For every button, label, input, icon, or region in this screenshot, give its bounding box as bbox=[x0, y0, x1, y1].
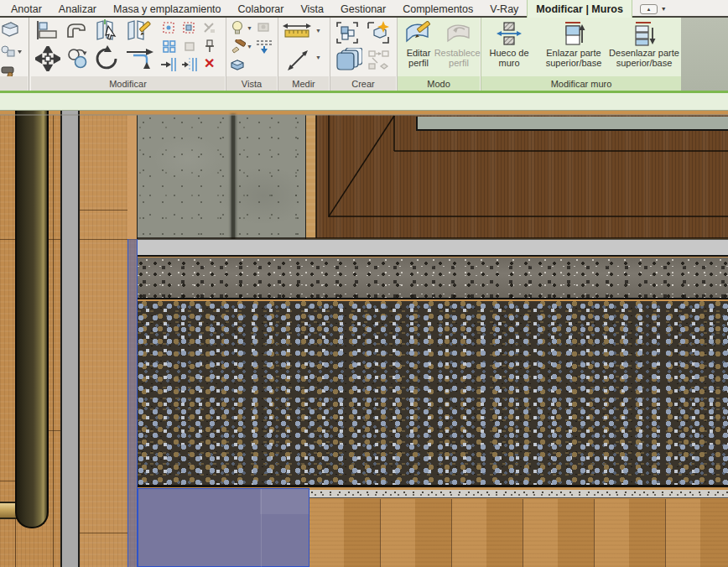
ribbon: ✕ Modificar ▼ bbox=[0, 18, 728, 91]
offset-copy-tool[interactable] bbox=[181, 56, 198, 73]
screed-layer[interactable] bbox=[137, 239, 728, 257]
concrete-block[interactable] bbox=[137, 115, 306, 239]
paste-icon[interactable] bbox=[1, 21, 19, 38]
match-type-tool[interactable] bbox=[162, 21, 177, 34]
panel-modificar: ✕ Modificar bbox=[31, 18, 225, 91]
wood-strip[interactable] bbox=[306, 115, 316, 239]
gravel-layer[interactable] bbox=[137, 301, 728, 487]
array-grid-icon bbox=[162, 39, 177, 53]
pin-tool[interactable] bbox=[203, 39, 216, 54]
plank-seam bbox=[0, 481, 15, 481]
hueco-de-muro-label: Hueco de muro bbox=[485, 48, 533, 68]
editar-perfil-button[interactable]: Editar perfil bbox=[400, 21, 437, 68]
dashed-lines-arrow-icon bbox=[255, 38, 273, 55]
tab-list: Anotar Analizar Masa y emplazamiento Col… bbox=[0, 0, 667, 18]
wall-opening-pencil-icon bbox=[126, 19, 154, 42]
editar-perfil-label: Editar perfil bbox=[400, 48, 437, 68]
tab-anotar[interactable]: Anotar bbox=[3, 0, 50, 18]
panel-modificar-muro-label[interactable]: Modificar muro bbox=[481, 76, 681, 91]
counter-top-band[interactable] bbox=[416, 117, 728, 131]
tab-modificar-muros-active[interactable]: Modificar | Muros bbox=[527, 0, 632, 18]
copy-tool[interactable] bbox=[66, 48, 90, 70]
panel-partial-label bbox=[0, 76, 28, 91]
wall-sweep-tool[interactable] bbox=[65, 20, 90, 40]
tab-gestionar[interactable]: Gestionar bbox=[332, 0, 394, 18]
wall-layer-gray[interactable] bbox=[60, 111, 80, 567]
panel-vista: ▼ ▼ bbox=[226, 18, 277, 91]
trim-tool-disabled[interactable] bbox=[202, 21, 217, 34]
options-bar bbox=[0, 93, 728, 111]
collapse-ribbon-button[interactable]: ▲ bbox=[640, 4, 658, 14]
wood-floor-bottom[interactable] bbox=[309, 499, 728, 567]
conduit-pipe[interactable] bbox=[15, 111, 49, 528]
ribbon-tab-bar: Anotar Analizar Masa y emplazamiento Col… bbox=[0, 0, 728, 18]
mortar-strip[interactable] bbox=[309, 490, 728, 498]
delete-tool[interactable]: ✕ bbox=[204, 56, 215, 71]
panel-modo-label[interactable]: Modo bbox=[398, 76, 480, 91]
create-similar-tool[interactable] bbox=[366, 20, 391, 45]
array-tool[interactable] bbox=[162, 39, 177, 53]
rotate-tool[interactable] bbox=[94, 45, 121, 72]
restablecer-perfil-label: Restablecer perfil bbox=[434, 48, 484, 68]
paint-tool[interactable] bbox=[229, 39, 246, 55]
tab-complementos[interactable]: Complementos bbox=[394, 0, 481, 18]
offset-right-tool[interactable] bbox=[160, 56, 177, 73]
ribbon-collapse-control: ▲ ▼ bbox=[640, 0, 667, 18]
parts-array-gray-icon bbox=[367, 49, 391, 71]
caret-down-icon: ▼ bbox=[247, 25, 252, 31]
view-lightbulb-tool[interactable] bbox=[230, 20, 245, 35]
tab-colaborar[interactable]: Colaborar bbox=[230, 0, 293, 18]
linework-tool[interactable] bbox=[255, 38, 273, 55]
move-tool[interactable] bbox=[35, 46, 60, 71]
selection-plank-seam bbox=[261, 489, 262, 567]
insulation-layer[interactable] bbox=[137, 257, 728, 299]
panel-medir-label[interactable]: Medir bbox=[278, 76, 329, 91]
create-group-tool[interactable] bbox=[335, 20, 360, 45]
rotate-icon bbox=[94, 45, 121, 72]
ruler-icon bbox=[283, 22, 313, 40]
create-assembly-tool[interactable] bbox=[334, 48, 362, 71]
lightbulb-dropdown-caret[interactable]: ▼ bbox=[247, 25, 252, 31]
measure-between-tool[interactable] bbox=[285, 48, 310, 73]
create-parts-tool-disabled[interactable] bbox=[367, 49, 391, 71]
panel-modificar-muro: Hueco de muro Enlazar parte superior/bas… bbox=[481, 18, 681, 91]
lightbulb-icon bbox=[230, 20, 245, 35]
selected-wall-strip[interactable] bbox=[127, 239, 138, 567]
wall-opening-tool[interactable] bbox=[95, 19, 122, 42]
hide-element-tool[interactable] bbox=[229, 58, 246, 71]
paint-dropdown-caret[interactable]: ▼ bbox=[247, 44, 252, 49]
panel-crear-label[interactable]: Crear bbox=[330, 76, 396, 91]
scale-tool-disabled[interactable] bbox=[182, 39, 197, 53]
tab-masa-y-emplazamiento[interactable]: Masa y emplazamiento bbox=[105, 0, 230, 18]
restablecer-perfil-button-disabled[interactable]: Restablecer perfil bbox=[439, 21, 479, 68]
wall-edit-profile-tool[interactable] bbox=[126, 19, 154, 42]
hueco-de-muro-button[interactable]: Hueco de muro bbox=[485, 21, 533, 68]
scale-gray-icon bbox=[182, 39, 197, 53]
measure-dropdown-caret[interactable]: ▼ bbox=[315, 28, 321, 34]
selected-wall-region[interactable] bbox=[138, 488, 309, 567]
panel-crear: Crear bbox=[330, 18, 396, 91]
render-tool-disabled[interactable] bbox=[257, 20, 272, 34]
attach-top-base-icon bbox=[560, 21, 587, 46]
collapse-options-caret[interactable]: ▼ bbox=[661, 6, 667, 12]
wall-join-tool[interactable] bbox=[35, 20, 59, 40]
brush-icon bbox=[229, 39, 246, 55]
wall-opening-cursor-icon bbox=[95, 19, 122, 42]
measure2-dropdown-caret[interactable]: ▼ bbox=[315, 55, 321, 60]
split-tool[interactable] bbox=[182, 21, 197, 34]
align-tool[interactable] bbox=[125, 45, 155, 70]
panel-modificar-label[interactable]: Modificar bbox=[31, 76, 225, 91]
dark-wood-panel[interactable] bbox=[316, 115, 728, 238]
tab-analizar[interactable]: Analizar bbox=[50, 0, 105, 18]
desenlazar-parte-button[interactable]: Desenlazar parte superior/base bbox=[609, 21, 679, 68]
panel-vista-label[interactable]: Vista bbox=[226, 76, 277, 91]
tab-vista[interactable]: Vista bbox=[292, 0, 332, 18]
drawing-area[interactable] bbox=[0, 111, 728, 567]
measure-tool[interactable] bbox=[283, 22, 313, 40]
tab-vray[interactable]: V-Ray bbox=[481, 0, 527, 18]
enlazar-parte-button[interactable]: Enlazar parte superior/base bbox=[540, 21, 607, 68]
split-dashed-icon bbox=[182, 21, 197, 34]
panel-medir: ▼ ▼ Medir bbox=[278, 18, 329, 91]
panel-modo: Editar perfil Restablecer perfil Modo bbox=[398, 18, 480, 91]
cut-geometry-icon[interactable] bbox=[1, 44, 23, 58]
